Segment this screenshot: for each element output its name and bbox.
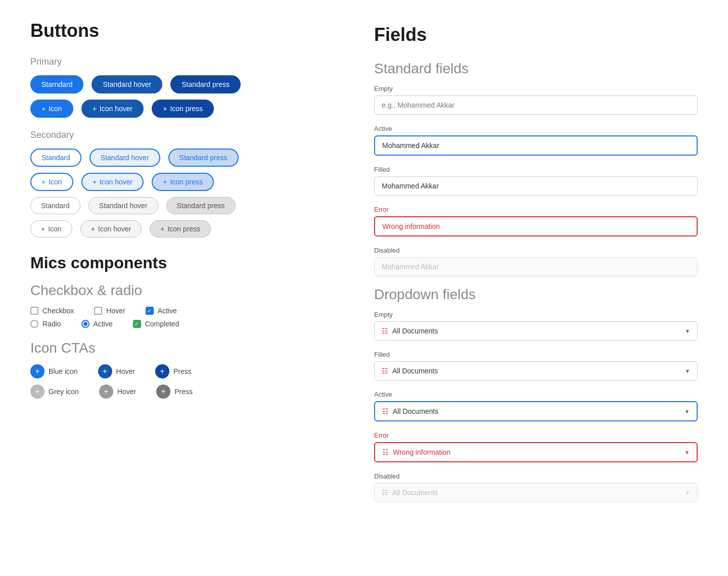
secondary-icon-hover-button[interactable]: + Icon hover [81, 173, 144, 191]
plus-icon-hover: + [93, 105, 97, 113]
secondary-standard-row: Standard Standard hover Standard press [30, 149, 354, 167]
field-empty-label: Empty [374, 85, 698, 92]
checkbox-hover[interactable] [94, 307, 102, 315]
checkbox-radio-section: Checkbox & radio Checkbox Hover ✓ Active [30, 282, 354, 328]
misc-section: Mics components Checkbox & radio Checkbo… [30, 254, 354, 399]
secondary-icon-press-button[interactable]: + Icon press [152, 173, 214, 191]
checkbox-active-item: ✓ Active [146, 307, 177, 315]
checkbox-active-label: Active [158, 307, 177, 315]
blue-icon-button[interactable]: + [30, 364, 44, 378]
checkbox-unchecked[interactable] [30, 307, 38, 315]
field-filled-label: Filled [374, 166, 698, 173]
chevron-down-icon-error: ▼ [685, 450, 690, 455]
primary-standard-button[interactable]: Starndard [30, 75, 83, 93]
blue-icon-hover-label: Hover [116, 367, 135, 375]
icon-cta-label: Icon CTAs [30, 340, 354, 356]
grey-icon-press-label: Icon press [167, 225, 200, 233]
primary-icon-button[interactable]: + Icon [30, 100, 73, 118]
grey-icon-button[interactable]: + [30, 385, 44, 399]
radio-active[interactable] [81, 320, 89, 328]
chevron-down-icon-disabled: ▼ [685, 490, 690, 496]
secondary-standard-hover-button[interactable]: Standard hover [89, 149, 160, 167]
primary-standard-hover-button[interactable]: Standard hover [92, 75, 162, 93]
primary-button-section: Primary Starndard Standard hover Standar… [30, 57, 354, 118]
standard-fields-label: Standard fields [374, 61, 698, 77]
dropdown-disabled: Disabled ☷ All Documents ▼ [374, 472, 698, 502]
secondary-standard-press-button[interactable]: Standard press [168, 149, 239, 167]
checkbox-item: Checkbox [30, 307, 74, 315]
dropdown-filled-left: ☷ All Documents [382, 367, 438, 375]
chevron-down-icon-filled: ▼ [685, 368, 690, 374]
plus-icon-sec-press: + [163, 178, 167, 186]
icon-cta-row-1: + Blue icon + Hover + Press [30, 364, 354, 378]
buttons-section-title: Buttons [30, 20, 354, 41]
grey-icon-press-item: + Press [156, 385, 193, 399]
field-disabled-label: Disabled [374, 247, 698, 254]
blue-icon-press-item: + Press [155, 364, 192, 378]
blue-icon-press-label: Press [173, 367, 192, 375]
radio-active-label: Active [94, 320, 113, 328]
secondary-label: Secondary [30, 130, 354, 140]
grey-icon-press-label: Press [174, 388, 193, 396]
secondary-grey-standard-row: Standard Standard hover Standard press [30, 197, 354, 214]
primary-label: Primary [30, 57, 354, 67]
radio-unchecked[interactable] [30, 320, 38, 328]
dropdown-filled: Filled ☷ All Documents ▼ [374, 351, 698, 380]
dropdown-filled-select[interactable]: ☷ All Documents ▼ [374, 361, 698, 380]
grey-icon-press-button[interactable]: + [156, 385, 170, 399]
field-active-label: Active [374, 125, 698, 132]
primary-icon-hover-button[interactable]: + Icon hover [81, 100, 144, 118]
dropdown-error-label: Error [374, 431, 698, 439]
secondary-standard-button[interactable]: Standard [30, 149, 81, 167]
checkbox-checked[interactable]: ✓ [146, 307, 154, 315]
radio-label: Radio [42, 320, 61, 328]
chevron-down-icon-active: ▼ [685, 409, 690, 414]
dropdown-active-select[interactable]: ☷ All Documents ▼ [374, 401, 698, 421]
dropdown-empty-label: Empty [374, 311, 698, 318]
field-error-label: Error [374, 206, 698, 213]
field-disabled-input [374, 257, 698, 276]
blue-icon-hover-button[interactable]: + [98, 364, 112, 378]
plus-icon-grey: + [41, 225, 45, 233]
blue-icon-press-button[interactable]: + [155, 364, 169, 378]
primary-standard-row: Starndard Standard hover Standard press [30, 75, 354, 93]
checkbox-row-2: Radio Active ✓ Completed [30, 320, 354, 328]
grey-standard-press-button[interactable]: Standard press [166, 197, 236, 214]
dropdown-empty-select[interactable]: ☷ All Documents ▼ [374, 321, 698, 341]
secondary-icon-button[interactable]: + Icon [30, 173, 73, 191]
primary-standard-press-button[interactable]: Standard press [170, 75, 241, 93]
field-empty: Empty [374, 85, 698, 115]
dropdown-error-left: ☷ Wrong information [382, 448, 450, 456]
grey-icon-hover-label: Hover [117, 388, 136, 396]
field-disabled: Disabled [374, 247, 698, 276]
dropdown-active-label: Active [374, 391, 698, 398]
chevron-down-icon: ▼ [685, 328, 690, 334]
checkmark-completed[interactable]: ✓ [133, 320, 141, 328]
document-icon-disabled: ☷ [382, 489, 388, 497]
grey-icon-hover-button[interactable]: + Icon hover [80, 220, 142, 237]
radio-active-item: Active [81, 320, 113, 328]
field-active-input[interactable] [374, 135, 698, 156]
field-empty-input[interactable] [374, 95, 698, 115]
primary-icon-press-button[interactable]: + Icon press [152, 100, 214, 118]
grey-icon-button[interactable]: + Icon [30, 220, 72, 237]
grey-icon-press-button[interactable]: + Icon press [150, 220, 211, 237]
grey-icon-hover-label: Icon hover [98, 225, 131, 233]
field-error-input[interactable] [374, 216, 698, 236]
checkbox-hover-item: Hover [94, 307, 125, 315]
dropdown-active-left: ☷ All Documents [382, 407, 438, 415]
fields-section-title: Fields [374, 24, 698, 45]
radio-item: Radio [30, 320, 61, 328]
field-filled-input[interactable] [374, 176, 698, 196]
document-icon-active: ☷ [382, 407, 389, 415]
grey-icon-hover-button[interactable]: + [99, 385, 113, 399]
icon-cta-row-2: + Grey icon + Hover + Press [30, 385, 354, 399]
plus-icon-grey-press: + [160, 225, 164, 233]
blue-icon-label: Blue icon [49, 367, 78, 375]
grey-standard-hover-button[interactable]: Standard hover [88, 197, 158, 214]
completed-label: Completed [145, 320, 179, 328]
plus-icon-grey-hover: + [91, 225, 95, 233]
checkbox-hover-label: Hover [106, 307, 125, 315]
dropdown-error-select[interactable]: ☷ Wrong information ▼ [374, 442, 698, 462]
grey-standard-button[interactable]: Standard [30, 197, 80, 214]
